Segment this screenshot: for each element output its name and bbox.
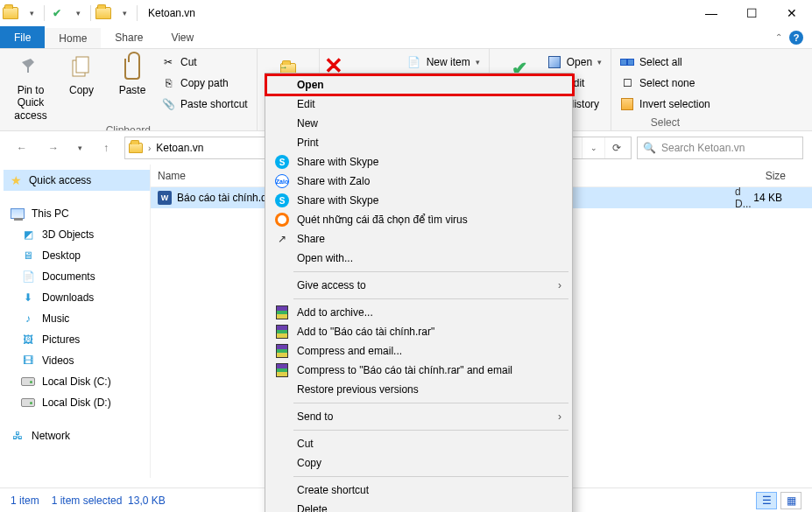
view-details-button[interactable]: ☰: [756, 492, 777, 509]
nav-videos[interactable]: 🎞Videos: [4, 350, 150, 371]
ctx-print[interactable]: Print: [267, 133, 570, 152]
ctx-add-archive[interactable]: Add to archive...: [267, 303, 570, 322]
tab-view[interactable]: View: [157, 26, 208, 48]
quick-access-toolbar: ▾ ✔ ▾ ▾: [0, 3, 139, 24]
select-all-icon: [620, 59, 634, 66]
open-button[interactable]: Open ▾: [544, 53, 605, 72]
paste-button[interactable]: Paste: [107, 53, 158, 96]
ctx-add-rar[interactable]: Add to "Báo cáo tài chính.rar": [267, 322, 570, 341]
ctx-share-skype-1[interactable]: SShare with Skype: [267, 152, 570, 172]
copy-icon: [67, 55, 95, 83]
ctx-open[interactable]: Open: [267, 75, 570, 95]
recent-locations-button[interactable]: ▾: [72, 137, 88, 159]
tab-home[interactable]: Home: [45, 26, 101, 48]
nav-quick-access[interactable]: ★Quick access: [4, 170, 150, 191]
ctx-give-access[interactable]: Give access to›: [267, 276, 570, 295]
help-icon[interactable]: ?: [789, 31, 803, 45]
3d-icon: ◩: [21, 228, 35, 242]
scissors-icon: ✂: [161, 55, 175, 69]
close-button[interactable]: ✕: [772, 0, 812, 26]
nav-network[interactable]: 🖧Network: [4, 425, 150, 446]
avast-icon: [275, 213, 289, 227]
pin-to-quick-access-button[interactable]: Pin to Quick access: [5, 53, 56, 122]
maximize-button[interactable]: ☐: [731, 0, 772, 26]
ctx-copy[interactable]: Copy: [267, 453, 570, 473]
ctx-new[interactable]: New: [267, 114, 570, 133]
group-select: Select all ☐Select none Invert selection…: [611, 49, 719, 130]
nav-this-pc[interactable]: This PC: [4, 203, 150, 224]
copy-path-button[interactable]: ⎘Copy path: [158, 74, 251, 93]
cut-button[interactable]: ✂Cut: [158, 53, 251, 72]
ctx-create-shortcut[interactable]: Create shortcut: [267, 480, 570, 500]
qat-dropdown-icon[interactable]: ▾: [21, 3, 42, 24]
ctx-share-skype-2[interactable]: SShare with Skype: [267, 191, 570, 210]
invert-selection-button[interactable]: Invert selection: [617, 95, 714, 114]
nav-3d-objects[interactable]: ◩3D Objects: [4, 224, 150, 245]
zalo-icon: Zalo: [275, 174, 289, 188]
ctx-avast-scan[interactable]: Quét những cái đã chọn để tìm virus: [267, 210, 570, 229]
status-selection: 1 item selected 13,0 KB: [52, 494, 166, 507]
ctx-share[interactable]: Share: [267, 229, 570, 249]
ctx-compress-email[interactable]: Compress and email...: [267, 341, 570, 361]
view-large-icons-button[interactable]: ▦: [780, 492, 801, 509]
ctx-separator: [293, 271, 568, 272]
ctx-compress-rar-email[interactable]: Compress to "Báo cáo tài chính.rar" and …: [267, 361, 570, 380]
column-size[interactable]: Size: [742, 170, 812, 182]
clipboard-icon: [124, 59, 140, 80]
select-all-button[interactable]: Select all: [617, 53, 714, 72]
back-button[interactable]: ←: [9, 137, 35, 159]
group-clipboard: Pin to Quick access Copy Paste ✂Cut ⎘Cop…: [0, 49, 258, 130]
winrar-icon: [276, 305, 288, 319]
ctx-separator: [293, 476, 568, 477]
ctx-open-with[interactable]: Open with...: [267, 249, 570, 268]
nav-music[interactable]: ♪Music: [4, 308, 150, 329]
drive-icon: [21, 398, 35, 407]
nav-documents[interactable]: 📄Documents: [4, 266, 150, 287]
tab-file[interactable]: File: [0, 26, 45, 48]
search-placeholder: Search Ketoan.vn: [661, 142, 745, 154]
nav-pictures[interactable]: 🖼Pictures: [4, 329, 150, 350]
file-name: Báo cáo tài chính.d: [177, 192, 267, 204]
clipboard-group-label: Clipboard: [5, 122, 251, 131]
drive-icon: [21, 377, 35, 386]
word-doc-icon: W: [158, 191, 172, 205]
up-button[interactable]: ↑: [93, 137, 119, 159]
file-size: 14 KB: [742, 192, 812, 204]
share-icon: [274, 231, 290, 247]
collapse-ribbon-icon[interactable]: ⌃: [775, 32, 782, 42]
forward-button[interactable]: →: [40, 137, 67, 159]
ctx-share-zalo[interactable]: ZaloShare with Zalo: [267, 172, 570, 191]
pin-icon: [17, 55, 45, 83]
select-none-button[interactable]: ☐Select none: [617, 74, 714, 93]
shortcut-icon: 📎: [161, 97, 175, 111]
search-input[interactable]: 🔍 Search Ketoan.vn: [637, 137, 803, 159]
chevron-right-icon[interactable]: ›: [148, 144, 151, 153]
open-icon: [548, 56, 561, 68]
title-dropdown-icon[interactable]: ▾: [114, 3, 135, 24]
ctx-cut[interactable]: Cut: [267, 434, 570, 453]
context-menu: Open Edit New Print SShare with Skype Za…: [265, 73, 573, 512]
qat-properties-button[interactable]: ✔: [46, 3, 67, 24]
address-dropdown-button[interactable]: ⌄: [582, 137, 604, 158]
tab-share[interactable]: Share: [101, 26, 157, 48]
paste-shortcut-button[interactable]: 📎Paste shortcut: [158, 95, 251, 114]
ctx-edit[interactable]: Edit: [267, 95, 570, 114]
pc-icon: [11, 208, 25, 219]
new-item-button[interactable]: 📄New item ▾: [404, 53, 484, 72]
nav-desktop[interactable]: 🖥Desktop: [4, 245, 150, 266]
chevron-right-icon: ›: [558, 279, 561, 291]
minimize-button[interactable]: —: [691, 0, 731, 26]
nav-local-disk-c[interactable]: Local Disk (C:): [4, 371, 150, 392]
ctx-restore-versions[interactable]: Restore previous versions: [267, 380, 570, 399]
select-none-icon: ☐: [620, 76, 634, 90]
qat-dropdown2-icon[interactable]: ▾: [67, 3, 88, 24]
network-icon: 🖧: [11, 429, 25, 443]
nav-downloads[interactable]: ⬇Downloads: [4, 287, 150, 308]
pictures-icon: 🖼: [21, 333, 35, 347]
ctx-separator: [293, 403, 568, 403]
ctx-delete[interactable]: Delete: [267, 500, 570, 512]
copy-button[interactable]: Copy: [56, 53, 107, 96]
refresh-button[interactable]: ⟳: [604, 137, 627, 158]
nav-local-disk-d[interactable]: Local Disk (D:): [4, 392, 150, 413]
ctx-send-to[interactable]: Send to›: [267, 407, 570, 426]
